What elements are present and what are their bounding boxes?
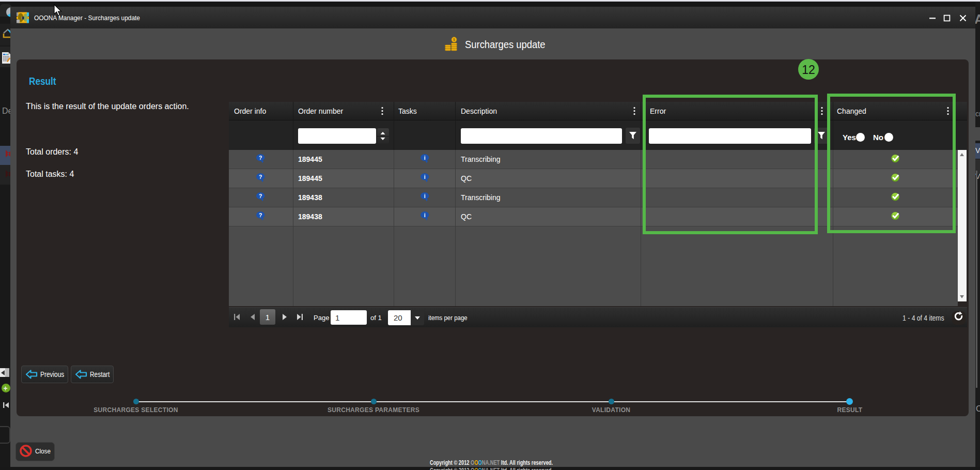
svg-text:i: i <box>424 174 426 180</box>
svg-text:$: $ <box>453 38 455 42</box>
svg-text:?: ? <box>259 212 262 218</box>
svg-text:?: ? <box>259 155 262 161</box>
svg-text:?: ? <box>259 193 262 199</box>
svg-text:i: i <box>424 193 426 199</box>
svg-text:?: ? <box>259 174 262 180</box>
svg-text:i: i <box>424 212 426 218</box>
svg-text:i: i <box>424 155 426 161</box>
